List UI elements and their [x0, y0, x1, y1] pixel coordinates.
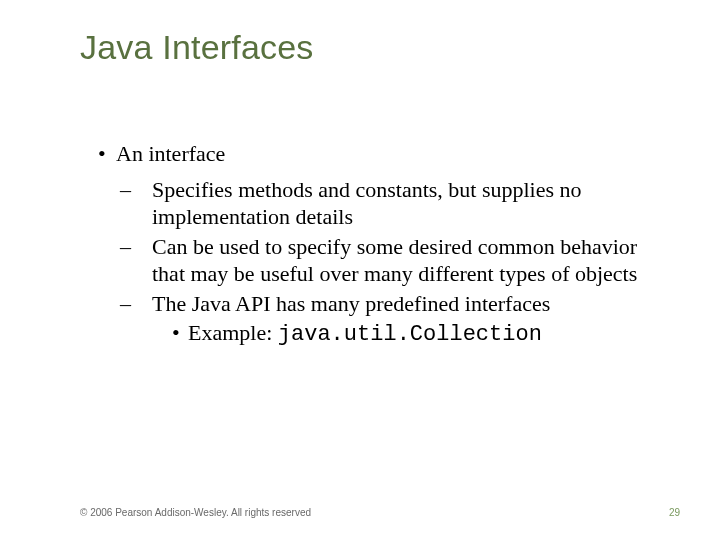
dash-icon: – [136, 176, 152, 204]
footer-copyright: © 2006 Pearson Addison-Wesley. All right… [80, 507, 311, 518]
bullet-level2: –Can be used to specify some desired com… [136, 233, 660, 288]
bullet-level2-text: The Java API has many predefined interfa… [152, 291, 550, 316]
bullet-level2-text: Can be used to specify some desired comm… [152, 234, 637, 287]
bullet-level1-text: An interface [116, 141, 225, 166]
footer-page-number: 29 [669, 507, 680, 518]
bullet-level1: •An interface [98, 140, 660, 168]
bullet-level2: –Specifies methods and constants, but su… [136, 176, 660, 231]
bullet-level2: –The Java API has many predefined interf… [136, 290, 660, 318]
bullet-level3: •Example: java.util.Collection [172, 319, 660, 349]
bullet-level3-prefix: Example: [188, 320, 278, 345]
bullet-dot-icon: • [172, 319, 188, 347]
dash-icon: – [136, 290, 152, 318]
dash-icon: – [136, 233, 152, 261]
slide-title: Java Interfaces [80, 28, 314, 67]
bullet-level2-text: Specifies methods and constants, but sup… [152, 177, 582, 230]
slide: Java Interfaces •An interface –Specifies… [0, 0, 720, 540]
bullet-dot-icon: • [98, 140, 116, 168]
slide-body: •An interface –Specifies methods and con… [98, 140, 660, 351]
bullet-level3-code: java.util.Collection [278, 322, 542, 347]
